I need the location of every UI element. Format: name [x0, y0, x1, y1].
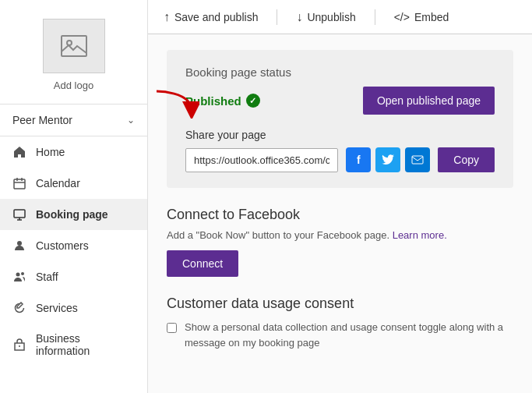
share-label: Share your page	[185, 129, 495, 141]
monitor-icon	[12, 207, 26, 221]
sidebar-item-label: Customers	[36, 239, 89, 252]
org-name: Peer Mentor	[12, 114, 72, 126]
upload-icon: ↑	[164, 10, 170, 24]
email-share-icon[interactable]	[405, 147, 430, 172]
sidebar-item-customers[interactable]: Customers	[0, 230, 147, 261]
svg-point-4	[17, 241, 22, 246]
save-publish-label: Save and publish	[174, 11, 258, 23]
consent-section: Customer data usage consent Show a perso…	[167, 296, 513, 350]
learn-more-link[interactable]: Learn more.	[393, 229, 447, 241]
facebook-share-icon[interactable]: f	[346, 147, 371, 172]
sidebar: Add logo Peer Mentor ⌄ Home Calendar Boo…	[0, 0, 148, 393]
facebook-desc-text: Add a "Book Now" button to your Facebook…	[167, 229, 389, 241]
calendar-icon	[12, 176, 26, 190]
svg-rect-3	[14, 210, 25, 218]
toolbar-separator-2	[375, 9, 375, 25]
content-area: Booking page status Published ✓ Open pub…	[148, 34, 532, 393]
consent-row: Show a personal data collection and usag…	[167, 320, 513, 350]
sidebar-item-label: Staff	[36, 271, 58, 283]
booking-status-title: Booking page status	[185, 66, 495, 79]
chevron-down-icon: ⌄	[127, 115, 135, 126]
unpublish-label: Unpublish	[307, 11, 355, 23]
logo-area: Add logo	[0, 0, 147, 104]
logo-box[interactable]	[43, 19, 105, 73]
sidebar-item-label: Home	[36, 146, 65, 158]
svg-rect-8	[412, 156, 423, 164]
sidebar-item-label: Booking page	[36, 208, 108, 221]
services-icon	[12, 301, 26, 315]
sidebar-item-home[interactable]: Home	[0, 136, 147, 168]
check-icon: ✓	[246, 94, 260, 108]
status-card: Booking page status Published ✓ Open pub…	[167, 50, 513, 188]
nav-items: Home Calendar Booking page Customers	[0, 136, 147, 393]
consent-checkbox[interactable]	[167, 322, 177, 334]
twitter-share-icon[interactable]	[375, 147, 400, 172]
unpublish-button[interactable]: ↓ Unpublish	[296, 7, 355, 27]
open-published-page-button[interactable]: Open published page	[363, 87, 495, 115]
page-url-input[interactable]	[185, 148, 338, 172]
toolbar: ↑ Save and publish ↓ Unpublish </> Embed	[148, 0, 532, 34]
share-row: f Copy	[185, 147, 495, 172]
staff-icon	[12, 270, 26, 284]
copy-button[interactable]: Copy	[438, 147, 495, 172]
org-selector[interactable]: Peer Mentor ⌄	[0, 104, 147, 136]
business-icon	[12, 338, 26, 352]
download-icon: ↓	[296, 10, 302, 24]
sidebar-item-calendar[interactable]: Calendar	[0, 168, 147, 199]
facebook-section-desc: Add a "Book Now" button to your Facebook…	[167, 229, 513, 241]
svg-point-6	[21, 272, 24, 275]
facebook-section: Connect to Facebook Add a "Book Now" but…	[167, 207, 513, 277]
customers-icon	[12, 239, 26, 253]
svg-point-5	[16, 273, 20, 277]
svg-point-1	[67, 41, 72, 45]
image-placeholder-icon	[60, 32, 88, 60]
consent-section-title: Customer data usage consent	[167, 296, 513, 312]
add-logo-label[interactable]: Add logo	[54, 80, 93, 91]
sidebar-item-label: Calendar	[36, 177, 80, 189]
sidebar-item-label: Services	[36, 302, 78, 314]
embed-button[interactable]: </> Embed	[394, 8, 449, 27]
main-content: ↑ Save and publish ↓ Unpublish </> Embed	[148, 0, 532, 393]
sidebar-item-label: Business information	[36, 332, 135, 357]
embed-icon: </>	[394, 11, 410, 23]
sidebar-item-services[interactable]: Services	[0, 292, 147, 324]
facebook-section-title: Connect to Facebook	[167, 207, 513, 223]
svg-rect-0	[62, 36, 86, 56]
toolbar-separator	[277, 9, 277, 25]
sidebar-item-staff[interactable]: Staff	[0, 261, 147, 292]
arrow-indicator	[153, 87, 199, 121]
save-publish-button[interactable]: ↑ Save and publish	[164, 7, 258, 27]
home-icon	[12, 145, 26, 159]
sidebar-item-booking-page[interactable]: Booking page	[0, 199, 147, 230]
status-row: Published ✓ Open published page	[185, 87, 495, 115]
sidebar-item-business-info[interactable]: Business information	[0, 324, 147, 366]
social-icons: f	[346, 147, 430, 172]
consent-label: Show a personal data collection and usag…	[185, 320, 513, 350]
embed-label: Embed	[414, 11, 449, 23]
connect-facebook-button[interactable]: Connect	[167, 250, 238, 277]
svg-rect-2	[14, 179, 25, 189]
